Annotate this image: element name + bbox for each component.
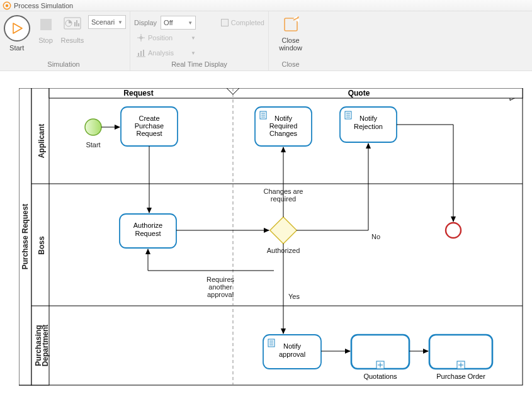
requires-label-1: Requires bbox=[207, 276, 235, 283]
requires-label-2: another bbox=[208, 283, 232, 291]
start-button[interactable]: Start bbox=[1, 11, 32, 52]
task-notify-approval[interactable]: Notify approval bbox=[263, 335, 321, 369]
play-icon bbox=[11, 22, 23, 35]
svg-rect-7 bbox=[76, 20, 77, 26]
svg-rect-16 bbox=[285, 18, 297, 31]
stop-label: Stop bbox=[38, 36, 53, 44]
chevron-down-icon: ▼ bbox=[118, 20, 123, 25]
subprocess-po-label: Purchase Order bbox=[436, 373, 485, 380]
stop-icon bbox=[37, 15, 55, 34]
stop-button[interactable]: Stop bbox=[32, 11, 59, 44]
subprocess-purchase-order[interactable] bbox=[429, 335, 492, 369]
chevron-down-icon: ▼ bbox=[191, 50, 196, 56]
group-simulation-caption: Simulation bbox=[1, 60, 126, 70]
subprocess-quotations[interactable] bbox=[351, 335, 409, 369]
scenario-value: Scenari bbox=[91, 18, 115, 26]
requires-label-3: approval bbox=[207, 291, 234, 298]
svg-rect-8 bbox=[78, 23, 79, 26]
scenario-dropdown[interactable]: Scenari ▼ bbox=[88, 15, 126, 29]
svg-text:Notify: Notify bbox=[283, 342, 302, 350]
ribbon: Start Stop Results Scenari ▼ S bbox=[0, 11, 532, 71]
svg-point-1 bbox=[6, 4, 8, 6]
phase-request: Request bbox=[123, 89, 153, 98]
svg-text:Request: Request bbox=[135, 230, 161, 237]
close-window-button[interactable]: Close window bbox=[273, 11, 308, 52]
end-event[interactable] bbox=[446, 223, 461, 238]
start-icon-circle bbox=[4, 15, 30, 42]
svg-rect-13 bbox=[140, 51, 142, 56]
title-bar: Process Simulation bbox=[0, 0, 532, 11]
group-rtd-caption: Real Time Display bbox=[134, 60, 264, 70]
position-dropdown[interactable]: Position ▼ bbox=[134, 30, 196, 45]
bpmn-diagram: Purchase Request Applicant Boss Purchasi… bbox=[19, 88, 529, 390]
results-label: Results bbox=[61, 36, 84, 44]
flow-no-label: No bbox=[371, 233, 380, 240]
start-event[interactable] bbox=[85, 119, 101, 135]
svg-text:Changes: Changes bbox=[269, 130, 298, 137]
display-dropdown[interactable]: Off ▼ bbox=[161, 16, 196, 30]
svg-text:approval: approval bbox=[279, 351, 305, 358]
close-label-2: window bbox=[279, 44, 302, 52]
svg-rect-14 bbox=[143, 50, 144, 56]
display-value: Off bbox=[164, 19, 173, 26]
flow-no bbox=[297, 143, 368, 230]
chevron-down-icon: ▼ bbox=[191, 35, 196, 41]
results-icon bbox=[63, 15, 82, 34]
task-create-purchase-request[interactable]: Create Purchase Request bbox=[121, 107, 178, 146]
group-simulation: Start Stop Results Scenari ▼ S bbox=[1, 11, 130, 70]
svg-text:Authorize: Authorize bbox=[133, 222, 162, 229]
task-authorize-request[interactable]: Authorize Request bbox=[120, 214, 176, 248]
group-close: Close window Close bbox=[268, 11, 312, 70]
svg-text:Purchase: Purchase bbox=[135, 122, 164, 130]
svg-rect-12 bbox=[138, 53, 139, 56]
lane-boss: Boss bbox=[37, 236, 46, 255]
chevron-down-icon: ▼ bbox=[188, 20, 193, 26]
lane-applicant: Applicant bbox=[37, 124, 46, 159]
flow-requires-loop bbox=[148, 249, 274, 271]
start-event-label: Start bbox=[86, 141, 100, 149]
analysis-icon bbox=[134, 48, 148, 58]
group-rtd: Display Off ▼ Completed Position ▼ bbox=[130, 11, 268, 70]
svg-rect-23 bbox=[49, 88, 523, 98]
svg-text:Notify: Notify bbox=[274, 115, 293, 122]
flow-rejection-to-end bbox=[397, 125, 453, 222]
results-button[interactable]: Results bbox=[59, 11, 86, 44]
svg-rect-34 bbox=[270, 217, 297, 244]
flow-changes-label-2: required bbox=[271, 195, 296, 203]
position-label: Position bbox=[148, 34, 186, 42]
svg-rect-3 bbox=[40, 19, 52, 30]
group-close-caption: Close bbox=[273, 60, 308, 70]
window-title: Process Simulation bbox=[14, 2, 73, 9]
analysis-dropdown[interactable]: Analysis ▼ bbox=[134, 45, 196, 60]
start-label: Start bbox=[9, 44, 24, 52]
task-notify-required-changes[interactable]: Notify Required Changes bbox=[255, 107, 312, 146]
gateway-authorized[interactable] bbox=[270, 217, 297, 244]
svg-rect-6 bbox=[74, 22, 76, 26]
flow-changes-label-1: Changes are bbox=[264, 188, 303, 195]
svg-text:Required: Required bbox=[269, 122, 298, 130]
completed-checkbox-row: Completed bbox=[221, 15, 264, 30]
svg-marker-2 bbox=[13, 23, 22, 33]
analysis-label: Analysis bbox=[148, 49, 186, 57]
completed-checkbox[interactable] bbox=[221, 19, 229, 26]
app-icon bbox=[3, 1, 11, 10]
close-label-1: Close bbox=[281, 36, 299, 44]
lane-purchasing-2: Department bbox=[41, 325, 50, 367]
completed-label: Completed bbox=[231, 19, 264, 26]
svg-text:Create: Create bbox=[139, 115, 159, 122]
task-notify-rejection[interactable]: Notify Rejection bbox=[340, 107, 397, 142]
svg-text:Rejection: Rejection bbox=[354, 123, 383, 130]
phase-quote: Quote bbox=[348, 89, 370, 98]
svg-text:Request: Request bbox=[137, 130, 162, 137]
subprocess-quotations-label: Quotations bbox=[363, 373, 397, 380]
close-icon bbox=[281, 15, 300, 34]
svg-text:Notify: Notify bbox=[359, 115, 378, 122]
pool-label: Purchase Request bbox=[21, 204, 30, 270]
position-icon bbox=[134, 33, 148, 43]
flow-yes-label: Yes bbox=[288, 293, 300, 300]
display-label: Display bbox=[134, 19, 157, 26]
